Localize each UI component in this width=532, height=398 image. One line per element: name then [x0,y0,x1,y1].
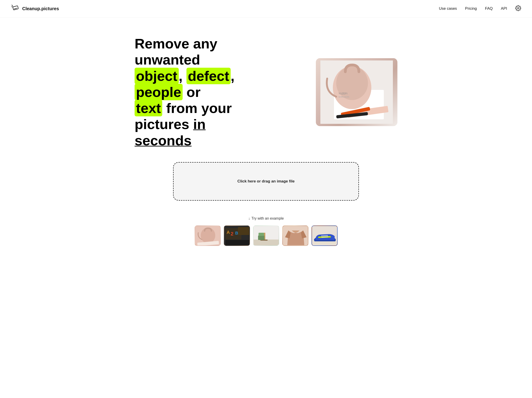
nav-api[interactable]: API [501,6,507,11]
example-thumb-4[interactable] [282,225,308,246]
highlight-object: object [135,68,179,84]
hero-text: Remove any unwanted object, defect, peop… [135,36,280,149]
thumb-2-image: A 2 B [224,226,249,245]
example-thumb-1[interactable] [195,225,221,246]
thumb-1-image [195,226,220,245]
examples-section: ↓ Try with an example A 2 [0,210,532,260]
logo-icon [11,4,20,13]
examples-text: Try with an example [252,217,284,220]
upload-label: Click here or drag an image file [237,179,295,184]
hero-or: or [183,84,201,100]
svg-text:A: A [227,230,230,235]
examples-label: ↓ Try with an example [248,217,284,220]
examples-arrow: ↓ [248,217,250,220]
svg-text:B: B [235,231,238,236]
svg-line-3 [14,8,17,9]
svg-point-4 [518,7,519,9]
example-thumb-5[interactable] [311,225,338,246]
hero-image-placeholder: YUZEFI BARLOLES [316,58,397,126]
thumb-3-image [253,226,279,245]
svg-rect-25 [238,227,249,235]
svg-rect-32 [258,236,264,240]
example-thumb-3[interactable] [253,225,279,246]
thumb-4-image [283,226,308,245]
svg-rect-2 [13,6,18,10]
logo-area[interactable]: Cleanup.pictures [11,4,59,13]
highlight-text: text [135,100,162,116]
example-thumb-2[interactable]: A 2 B [224,225,250,246]
svg-point-18 [201,228,215,243]
svg-rect-28 [253,226,279,240]
hero-image: YUZEFI BARLOLES [316,58,397,126]
settings-icon[interactable] [515,5,521,12]
svg-text:2: 2 [231,231,233,236]
hero-title: Remove any unwanted object, defect, peop… [135,36,280,149]
hero-section: Remove any unwanted object, defect, peop… [108,18,424,162]
nav-links: Use cases Pricing FAQ API [439,5,521,12]
upload-section: Click here or drag an image file [108,162,424,210]
svg-rect-37 [314,241,336,244]
examples-grid: A 2 B [195,225,338,246]
logo-text: Cleanup.pictures [22,6,59,11]
svg-text:BARLOLES: BARLOLES [338,96,349,98]
hero-comma-2: , [231,68,234,84]
thumb-5-image [312,226,337,245]
nav-faq[interactable]: FAQ [485,6,493,11]
highlight-defect: defect [186,68,231,84]
svg-text:YUZEFI: YUZEFI [338,92,347,95]
svg-point-8 [336,66,368,100]
svg-rect-33 [259,233,264,236]
upload-dropzone[interactable]: Click here or drag an image file [173,162,359,201]
hero-comma-1: , [179,68,186,84]
highlight-people: people [135,84,183,100]
navbar: Cleanup.pictures Use cases Pricing FAQ A… [0,0,532,18]
svg-rect-26 [225,240,249,245]
hero-title-plain: Remove any unwanted [135,36,217,68]
nav-use-cases[interactable]: Use cases [439,6,457,11]
nav-pricing[interactable]: Pricing [465,6,477,11]
svg-line-0 [12,5,13,6]
hero-image-svg: YUZEFI BARLOLES [320,61,393,124]
